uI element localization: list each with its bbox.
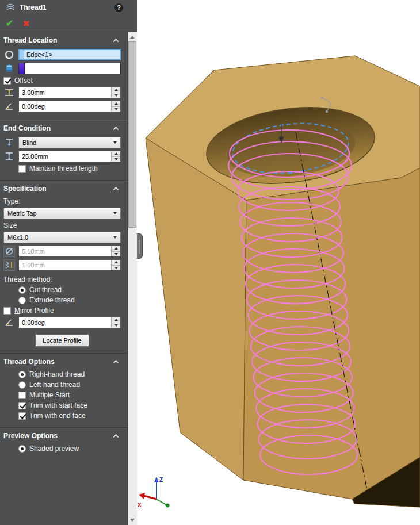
spin-up-button[interactable]	[112, 87, 120, 93]
extrude-thread-radio[interactable]	[18, 297, 26, 304]
spinner	[111, 151, 120, 162]
edge-selection-value: Edge<1>	[24, 50, 52, 59]
section-header-thread-options[interactable]: Thread Options	[3, 355, 121, 368]
offset-distance-icon	[3, 87, 15, 98]
orientation-triad: Z X	[138, 477, 170, 508]
collapse-chevron-icon	[113, 434, 119, 439]
depth-input: 25.00mm	[18, 151, 121, 162]
spin-down-button[interactable]	[112, 323, 120, 328]
section-preview-options: Preview Options Shaded preview	[0, 427, 127, 460]
maintain-length-checkbox[interactable]	[18, 165, 26, 173]
edge-selection-row: Edge<1>	[3, 49, 121, 60]
trim-start-checkbox[interactable]	[18, 402, 26, 409]
diameter-value[interactable]: 5.10mm	[19, 246, 111, 256]
mirror-profile-label: Mirror Profile	[14, 306, 54, 315]
trim-end-label: Trim with end face	[29, 412, 86, 420]
section-header-preview-options[interactable]: Preview Options	[3, 430, 121, 442]
pitch-row: 1.00mm	[3, 259, 121, 271]
offset-checkbox[interactable]	[3, 77, 11, 85]
ok-button[interactable]: ✔	[6, 18, 13, 29]
section-thread-location: Thread Location Edge<1>	[0, 32, 127, 120]
start-face-selection-box[interactable]	[18, 63, 121, 74]
right-hand-row: Right-hand thread	[18, 370, 121, 378]
arrow-up-icon	[130, 36, 135, 39]
collapse-chevron-icon	[113, 359, 119, 365]
spinner	[111, 246, 120, 256]
cancel-button[interactable]: ✖	[22, 19, 29, 28]
diameter-input: 5.10mm	[18, 246, 121, 257]
end-condition-dropdown[interactable]: Blind	[18, 137, 121, 148]
pitch-input: 1.00mm	[18, 259, 121, 271]
section-end-condition: End Condition Blind	[0, 120, 127, 180]
triad-x-label: X	[138, 502, 142, 508]
diameter-row: 5.10mm	[3, 246, 121, 257]
shaded-preview-row: Shaded preview	[18, 444, 121, 453]
spin-down-button[interactable]	[112, 265, 120, 271]
pitch-icon	[3, 259, 15, 271]
offset-row: Offset	[3, 76, 121, 85]
spin-up-button[interactable]	[112, 246, 120, 251]
profile-angle-row: 0.00deg	[3, 317, 121, 328]
depth-value[interactable]: 25.00mm	[19, 151, 111, 162]
left-hand-row: Left-hand thread	[18, 381, 121, 389]
mirror-profile-row: Mirror Profile	[3, 306, 121, 315]
section-header-specification[interactable]: Specification	[3, 182, 121, 195]
face-selection-row	[3, 63, 121, 74]
maintain-length-label: Maintain thread length	[29, 164, 98, 173]
viewport-canvas[interactable]: Z X	[137, 0, 420, 525]
offset-label: Offset	[14, 76, 33, 85]
solidworks-window: Thread1 ? ✔ ✖ Thread Location	[0, 0, 420, 525]
scroll-down-arrow[interactable]	[128, 515, 137, 525]
panel-title: Thread1	[20, 3, 111, 12]
type-label: Type:	[3, 197, 20, 205]
type-row: Metric Tap	[3, 208, 121, 219]
panel-splitter-handle[interactable]	[137, 233, 143, 259]
spin-up-button[interactable]	[112, 317, 120, 323]
multiple-start-checkbox[interactable]	[18, 392, 26, 399]
spin-up-button[interactable]	[112, 260, 120, 265]
spinner	[111, 87, 120, 98]
spin-down-button[interactable]	[112, 106, 120, 112]
panel-scrollbar[interactable]	[127, 32, 137, 525]
face-selection-icon	[3, 63, 15, 74]
multiple-start-label: Multiple Start	[29, 391, 70, 399]
offset-angle-input: 0.00deg	[18, 101, 121, 112]
cut-thread-radio[interactable]	[18, 286, 26, 294]
locate-profile-button[interactable]: Locate Profile	[35, 334, 89, 347]
type-dropdown[interactable]: Metric Tap	[3, 208, 121, 219]
spin-down-button[interactable]	[112, 93, 120, 98]
multiple-start-row: Multiple Start	[18, 391, 121, 399]
mirror-profile-checkbox[interactable]	[3, 307, 11, 315]
profile-angle-value[interactable]: 0.00deg	[19, 317, 111, 328]
left-hand-radio[interactable]	[18, 381, 26, 389]
offset-distance-row: 3.00mm	[3, 87, 121, 98]
shaded-preview-radio[interactable]	[18, 445, 26, 453]
profile-angle-icon	[3, 317, 15, 328]
spin-up-button[interactable]	[112, 101, 120, 106]
section-header-end-condition[interactable]: End Condition	[3, 122, 121, 135]
pitch-value[interactable]: 1.00mm	[19, 260, 111, 270]
collapse-chevron-icon	[113, 38, 119, 44]
offset-angle-value[interactable]: 0.00deg	[19, 101, 111, 112]
scrollbar-thumb[interactable]	[128, 41, 136, 228]
thread-property-manager: Thread1 ? ✔ ✖ Thread Location	[0, 0, 137, 525]
help-icon[interactable]: ?	[114, 3, 123, 12]
dropdown-arrow-icon	[113, 212, 117, 214]
trim-end-row: Trim with end face	[18, 412, 121, 420]
size-value: M6x1.0	[7, 234, 28, 241]
end-condition-value: Blind	[22, 139, 36, 146]
spin-down-button[interactable]	[112, 251, 120, 257]
cut-thread-row: Cut thread	[18, 286, 121, 294]
trim-end-checkbox[interactable]	[18, 412, 26, 420]
panel-content: Thread Location Edge<1>	[0, 32, 127, 460]
right-hand-radio[interactable]	[18, 371, 26, 378]
section-header-thread-location[interactable]: Thread Location	[3, 34, 121, 47]
offset-distance-value[interactable]: 3.00mm	[19, 87, 111, 98]
edge-selection-box[interactable]: Edge<1>	[18, 49, 121, 60]
spin-up-button[interactable]	[112, 151, 120, 156]
spin-down-button[interactable]	[112, 156, 120, 162]
offset-distance-input: 3.00mm	[18, 87, 121, 98]
size-dropdown[interactable]: M6x1.0	[3, 232, 121, 243]
scroll-up-arrow[interactable]	[128, 32, 137, 42]
left-hand-label: Left-hand thread	[29, 381, 80, 389]
